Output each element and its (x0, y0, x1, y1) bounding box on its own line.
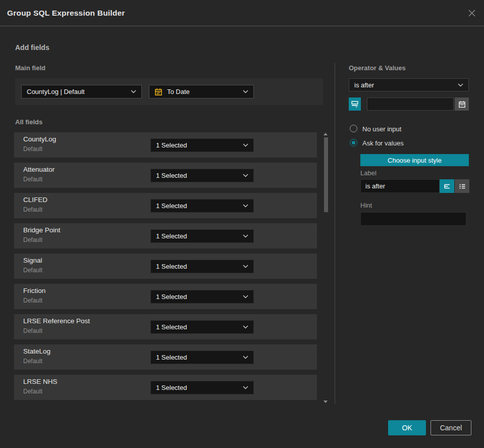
field-row: CLIFED Default 1 Selected (14, 193, 317, 218)
field-row: Friction Default 1 Selected (14, 284, 317, 309)
titlebar: Group SQL Expression Builder (0, 0, 484, 26)
field-selected-value: 1 Selected (156, 172, 240, 179)
field-subtitle: Default (23, 358, 42, 365)
main-field-select[interactable]: CountyLog | Default (21, 85, 142, 98)
chevron-down-icon (243, 143, 248, 147)
panel-divider (335, 63, 335, 404)
field-selected-select[interactable]: 1 Selected (150, 381, 254, 394)
single-line-style-button[interactable] (440, 179, 454, 193)
chevron-down-icon (243, 295, 248, 298)
field-name: Bridge Point (23, 226, 61, 234)
field-subtitle: Default (23, 236, 42, 243)
field-subtitle: Default (23, 267, 42, 274)
main-field-heading: Main field (15, 64, 45, 72)
scrollbar-down-arrow[interactable] (324, 401, 328, 403)
field-selected-value: 1 Selected (156, 293, 240, 301)
chevron-down-icon (243, 325, 248, 329)
no-user-input-radio[interactable] (350, 125, 357, 132)
group-sql-expression-builder-dialog: Group SQL Expression Builder Add fields … (0, 0, 484, 448)
close-icon (467, 9, 476, 18)
scrollbar-up-arrow[interactable] (324, 133, 328, 135)
chevron-down-icon (243, 386, 248, 389)
unique-values-icon (351, 100, 359, 108)
label-heading: Label (360, 169, 377, 177)
field-row: StateLog Default 1 Selected (14, 344, 317, 370)
field-name: Signal (23, 257, 42, 264)
field-selected-value: 1 Selected (156, 232, 240, 240)
hint-input[interactable] (360, 212, 466, 226)
all-fields-list: CountyLog Default 1 Selected Attenuator … (14, 132, 317, 405)
chevron-down-icon (243, 204, 248, 208)
field-selected-value: 1 Selected (156, 384, 240, 391)
date-field-select[interactable]: To Date (149, 85, 254, 98)
field-name: CLIFED (23, 196, 47, 204)
chevron-down-icon (243, 234, 248, 238)
label-input[interactable] (360, 179, 440, 193)
chevron-down-icon (243, 174, 248, 177)
chevron-down-icon (243, 265, 248, 268)
calendar-icon (458, 101, 466, 108)
chevron-down-icon (243, 356, 248, 359)
field-selected-select[interactable]: 1 Selected (150, 169, 254, 182)
add-fields-heading: Add fields (15, 43, 49, 52)
field-selected-select[interactable]: 1 Selected (150, 138, 254, 152)
align-left-icon (443, 182, 451, 190)
operator-values-heading: Operator & Values (349, 64, 406, 72)
chevron-down-icon (243, 90, 248, 93)
date-field-select-value: To Date (167, 88, 240, 95)
all-fields-heading: All fields (15, 118, 42, 126)
list-style-button[interactable] (455, 179, 469, 193)
field-row: Signal Default 1 Selected (14, 254, 317, 279)
scrollbar-thumb[interactable] (324, 137, 328, 212)
dialog-title: Group SQL Expression Builder (7, 9, 125, 18)
close-button[interactable] (466, 7, 478, 19)
value-input[interactable] (367, 97, 454, 111)
ask-for-values-radio[interactable] (350, 139, 357, 146)
field-name: LRSE Reference Post (23, 317, 90, 325)
main-field-select-value: CountyLog | Default (27, 88, 128, 95)
field-selected-select[interactable]: 1 Selected (150, 290, 254, 304)
chevron-down-icon (131, 90, 136, 93)
field-row: Bridge Point Default 1 Selected (14, 223, 317, 248)
field-selected-value: 1 Selected (156, 141, 240, 149)
field-name: LRSE NHS (23, 378, 58, 385)
ok-button[interactable]: OK (388, 420, 426, 435)
field-selected-value: 1 Selected (156, 354, 240, 361)
field-name: CountyLog (23, 135, 56, 143)
choose-input-style-button[interactable]: Choose input style (360, 154, 469, 166)
field-selected-select[interactable]: 1 Selected (150, 260, 254, 273)
no-user-input-label[interactable]: No user input (362, 125, 401, 133)
field-subtitle: Default (23, 176, 42, 183)
field-selected-select[interactable]: 1 Selected (150, 229, 254, 243)
list-icon (458, 182, 466, 190)
field-selected-value: 1 Selected (156, 323, 240, 331)
field-subtitle: Default (23, 327, 42, 334)
unique-values-button[interactable] (349, 97, 361, 111)
field-subtitle: Default (23, 388, 42, 395)
field-subtitle: Default (23, 297, 42, 304)
main-field-panel: CountyLog | Default To Date (15, 78, 323, 105)
cancel-button[interactable]: Cancel (431, 420, 471, 435)
field-name: Friction (23, 287, 45, 294)
field-subtitle: Default (23, 145, 42, 153)
field-selected-value: 1 Selected (156, 202, 240, 210)
field-row: LRSE NHS Default 1 Selected (14, 375, 317, 400)
field-subtitle: Default (23, 206, 42, 213)
chevron-down-icon (458, 83, 463, 87)
operator-select[interactable]: is after (349, 78, 469, 91)
field-selected-value: 1 Selected (156, 263, 240, 270)
operator-select-value: is after (354, 81, 455, 89)
field-selected-select[interactable]: 1 Selected (150, 199, 254, 213)
field-selected-select[interactable]: 1 Selected (150, 351, 254, 364)
field-selected-select[interactable]: 1 Selected (150, 320, 254, 334)
hint-heading: Hint (360, 202, 372, 209)
field-row: CountyLog Default 1 Selected (14, 132, 317, 158)
calendar-icon (154, 88, 163, 96)
date-picker-button[interactable] (455, 97, 469, 111)
field-name: StateLog (23, 347, 50, 355)
ask-for-values-label[interactable]: Ask for values (362, 139, 404, 147)
field-name: Attenuator (23, 166, 55, 173)
field-row: LRSE Reference Post Default 1 Selected (14, 314, 317, 339)
field-row: Attenuator Default 1 Selected (14, 163, 317, 188)
